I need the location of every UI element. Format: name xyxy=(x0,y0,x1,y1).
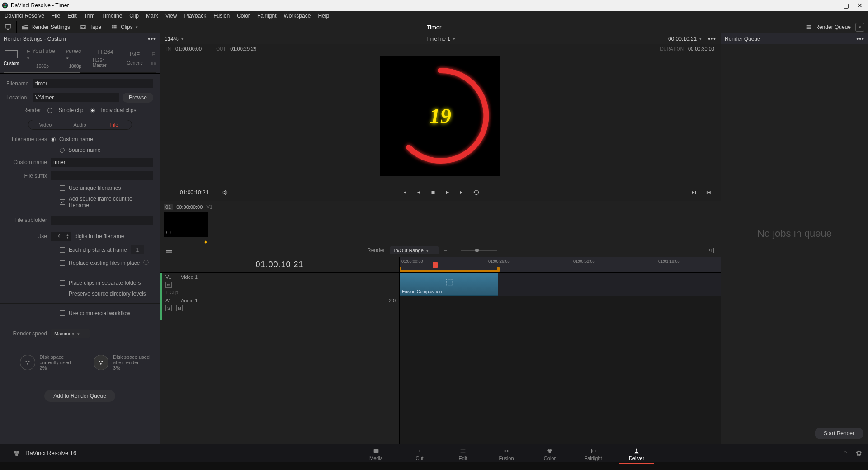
menu-help[interactable]: Help xyxy=(318,13,329,19)
prev-clip-button[interactable] xyxy=(401,189,407,196)
subfolder-input[interactable] xyxy=(51,216,153,225)
menu-davinci[interactable]: DaVinci Resolve xyxy=(5,13,44,19)
preset-custom[interactable]: Custom xyxy=(4,50,19,66)
menu-clip[interactable]: Clip xyxy=(129,13,139,19)
timeline-timecode[interactable]: 01:00:10:21 xyxy=(160,257,399,273)
menu-workspace[interactable]: Workspace xyxy=(284,13,311,19)
video-track-header[interactable]: V1 Video 1 ▭ 1 Clip xyxy=(160,273,399,296)
jump-end-button[interactable] xyxy=(691,189,697,196)
menu-timeline[interactable]: Timeline xyxy=(102,13,122,19)
render-range-select[interactable]: In/Out Range ▾ xyxy=(390,246,439,254)
preset-imf[interactable]: IMF Generic xyxy=(127,51,143,66)
audio-track-header[interactable]: A1 Audio 1 2.0 S M xyxy=(160,296,399,320)
location-input[interactable] xyxy=(33,93,119,102)
maximize-button[interactable]: ▢ xyxy=(843,2,849,9)
page-edit[interactable]: Edit xyxy=(441,446,485,461)
replace-check[interactable] xyxy=(60,260,65,266)
each-start-check[interactable] xyxy=(60,247,65,253)
start-render-button[interactable]: Start Render xyxy=(815,428,863,439)
stop-button[interactable] xyxy=(430,189,436,196)
close-button[interactable]: ✕ xyxy=(857,2,863,9)
expand-button[interactable]: ▾ xyxy=(855,23,864,32)
menu-mark[interactable]: Mark xyxy=(146,13,158,19)
timeline-view-icon[interactable] xyxy=(165,247,173,254)
menu-fusion[interactable]: Fusion xyxy=(213,13,230,19)
timeline-name[interactable]: Timeline 1 xyxy=(425,36,450,42)
preset-vimeo[interactable]: vimeo ▾ 1080p xyxy=(66,47,85,69)
preset-h264[interactable]: H.264 H.264 Master xyxy=(93,48,118,68)
minimize-button[interactable]: — xyxy=(829,2,835,9)
audio-icon[interactable] xyxy=(222,189,228,196)
timeline-clip[interactable]: ⬚ Fusion Composition xyxy=(400,273,498,296)
chevron-down-icon[interactable]: ▾ xyxy=(453,37,455,41)
in-out-range[interactable] xyxy=(400,270,498,272)
page-deliver[interactable]: Deliver xyxy=(615,446,658,461)
add-to-queue-button[interactable]: Add to Render Queue xyxy=(44,390,115,402)
play-back-button[interactable] xyxy=(415,189,422,196)
queue-options-button[interactable]: ••• xyxy=(856,35,864,42)
render-settings-toggle[interactable]: Render Settings xyxy=(17,21,75,33)
file-suffix-input[interactable] xyxy=(51,171,153,180)
info-icon[interactable]: ⓘ xyxy=(143,259,149,267)
menu-playback[interactable]: Playback xyxy=(184,13,206,19)
page-media[interactable]: Media xyxy=(354,446,398,461)
header-timecode[interactable]: 00:00:10:21 xyxy=(668,36,697,42)
digits-input[interactable] xyxy=(52,232,66,241)
chevron-down-icon[interactable]: ▾ xyxy=(181,37,184,41)
digits-stepper[interactable]: ▲▼ xyxy=(66,234,69,239)
chevron-down-icon[interactable]: ▾ xyxy=(699,37,702,41)
loop-button[interactable] xyxy=(473,189,480,196)
render-speed-select[interactable]: Maximum ▾ xyxy=(51,329,90,338)
tape-toggle[interactable]: Tape xyxy=(75,21,106,33)
video-track[interactable]: ⬚ Fusion Composition xyxy=(400,273,721,296)
solo-button[interactable]: S xyxy=(165,305,172,311)
unique-filenames-check[interactable] xyxy=(60,185,65,191)
individual-clips-radio[interactable] xyxy=(90,108,95,113)
render-queue-toggle[interactable]: Render Queue xyxy=(805,24,851,31)
transport-timecode[interactable]: 01:00:10:21 xyxy=(180,189,208,196)
page-fusion[interactable]: Fusion xyxy=(485,446,528,461)
page-cut[interactable]: Cut xyxy=(398,446,441,461)
viewer-options-button[interactable]: ••• xyxy=(708,35,716,42)
separate-folders-check[interactable] xyxy=(60,280,65,286)
preset-youtube[interactable]: ▸ YouTube ▾ 1080p xyxy=(27,47,57,69)
preset-scrollbar[interactable] xyxy=(4,72,156,73)
tab-audio[interactable]: Audio xyxy=(63,120,97,129)
clips-toggle[interactable]: Clips ▾ xyxy=(106,21,142,33)
viewer-scrubber[interactable] xyxy=(160,178,721,184)
panel-options-button[interactable]: ••• xyxy=(148,35,156,42)
audio-waveform-icon[interactable] xyxy=(708,247,715,254)
home-button[interactable]: ⌂ xyxy=(843,449,848,457)
each-start-input[interactable] xyxy=(131,245,144,254)
preserve-dir-check[interactable] xyxy=(60,291,65,296)
track-lock-icon[interactable]: ▭ xyxy=(165,282,172,288)
settings-button[interactable]: ✿ xyxy=(856,449,862,457)
next-clip-button[interactable] xyxy=(459,189,465,196)
menu-edit[interactable]: Edit xyxy=(67,13,77,19)
zoom-value[interactable]: 114% xyxy=(165,36,179,42)
add-src-count-check[interactable]: ✓ xyxy=(60,199,65,205)
browse-button[interactable]: Browse xyxy=(123,93,153,103)
zoom-in-button[interactable]: + xyxy=(510,247,514,254)
single-clip-radio[interactable] xyxy=(47,108,52,113)
custom-name-radio[interactable] xyxy=(51,137,56,142)
zoom-slider[interactable] xyxy=(461,250,497,251)
zoom-out-button[interactable]: − xyxy=(444,247,447,254)
menu-color[interactable]: Color xyxy=(237,13,250,19)
menu-file[interactable]: File xyxy=(52,13,60,19)
menu-fairlight[interactable]: Fairlight xyxy=(257,13,277,19)
page-fairlight[interactable]: Fairlight xyxy=(571,446,615,461)
jump-start-button[interactable] xyxy=(705,189,712,196)
filename-input[interactable] xyxy=(33,79,153,88)
playhead[interactable] xyxy=(435,257,435,444)
tab-file[interactable]: File xyxy=(97,120,132,129)
mute-button[interactable]: M xyxy=(176,305,183,311)
play-button[interactable] xyxy=(444,189,451,196)
viewer[interactable]: 19 xyxy=(160,53,721,178)
toolbar-monitor[interactable] xyxy=(0,21,17,33)
commercial-check[interactable] xyxy=(60,310,65,316)
tab-video[interactable]: Video xyxy=(28,120,63,129)
custom-name-input[interactable] xyxy=(51,158,153,167)
menu-trim[interactable]: Trim xyxy=(84,13,95,19)
timeline-ruler[interactable]: 01:00:00:00 01:00:26:00 01:00:52:00 01:0… xyxy=(400,257,721,273)
